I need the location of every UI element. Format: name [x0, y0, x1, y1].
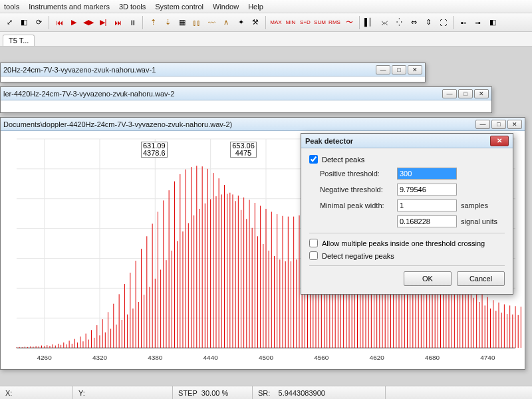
svg-text:4560: 4560 — [314, 354, 329, 361]
menu-3d-tools[interactable]: 3D tools — [119, 3, 146, 11]
window-title: 20Hz-24cm-7V-3-vyvazeno-zvuk-nahoru.wav-… — [3, 66, 156, 74]
detect-negative-label: Detect negative peaks — [322, 252, 394, 260]
status-x-label: X: — [5, 389, 12, 397]
svg-text:4440: 4440 — [203, 354, 219, 361]
peak-label-2: 653.064475 — [230, 142, 257, 158]
samples-unit: samples — [461, 201, 488, 209]
svg-text:4380: 4380 — [148, 354, 163, 361]
minimize-icon[interactable]: — — [376, 65, 390, 74]
marker-b-icon[interactable]: ⇣ — [161, 16, 174, 29]
chart-line-icon[interactable]: ⩙ — [378, 16, 391, 29]
tools-icon[interactable]: ⚒ — [249, 16, 262, 29]
pause-icon[interactable]: ⏸ — [126, 16, 139, 29]
positive-threshold-input[interactable] — [397, 168, 457, 180]
menu-tools[interactable]: tools — [4, 3, 19, 11]
skip-first-icon[interactable]: ⏮ — [53, 16, 66, 29]
grid-icon[interactable]: ▦ — [176, 16, 189, 29]
stat-std-icon[interactable]: S+D — [299, 16, 312, 29]
allow-multiple-label: Allow multiple peaks inside one threshol… — [322, 239, 485, 247]
status-y-label: Y: — [78, 389, 85, 397]
step-fwd-icon[interactable]: ▶| — [96, 16, 110, 29]
peak-label-1: 631.094378.6 — [141, 142, 168, 158]
menu-instruments[interactable]: Instruments and markers — [29, 3, 110, 11]
min-width-samples-input[interactable] — [397, 200, 457, 211]
status-step-label: STEP — [178, 389, 198, 397]
workspace: 20Hz-24cm-7V-3-vyvazeno-zvuk-nahoru.wav-… — [0, 47, 532, 386]
marker-a-icon[interactable]: ⇡ — [146, 16, 160, 29]
layout-c-icon[interactable]: ◧ — [486, 16, 499, 29]
layout-a-icon[interactable]: ▪▫ — [457, 16, 470, 29]
dialog-title: Peak detector — [305, 137, 353, 145]
cancel-button[interactable]: Cancel — [457, 271, 505, 286]
maximize-icon[interactable]: □ — [392, 65, 406, 74]
window-title: ler-4420Hz-24cm-7V-3-vyvazeno-zvuk-nahor… — [3, 90, 174, 98]
toolbar: ⤢ ◧ ⟳ ⏮ ▶ ◀▶ ▶| ⏭ ⏸ ⇡ ⇣ ▦ ⫿⫿ 〰 ∧ ✦ ⚒ MAX… — [0, 13, 532, 32]
menu-window[interactable]: Window — [213, 3, 239, 11]
layout-b-icon[interactable]: ▫▪ — [471, 16, 485, 29]
menu-bar: tools Instruments and markers 3D tools S… — [0, 0, 532, 13]
stat-min-icon[interactable]: MIN — [284, 16, 297, 29]
status-bar: X: Y: STEP 30.00 % SR: 5.9443083900 — [0, 386, 532, 399]
maximize-icon[interactable]: □ — [491, 120, 506, 129]
zoom-out-icon[interactable]: ⤢ — [3, 16, 16, 29]
chart-scatter-icon[interactable]: ⁛ — [392, 16, 406, 29]
negative-threshold-label: Negative threshold: — [320, 186, 397, 194]
close-icon[interactable]: ✕ — [507, 120, 522, 129]
svg-text:4500: 4500 — [259, 354, 274, 361]
zoom-rect-icon[interactable]: ◧ — [17, 16, 31, 29]
close-icon[interactable]: ✕ — [408, 65, 422, 74]
play-icon[interactable]: ▶ — [67, 16, 80, 29]
min-peak-width-label: Minimal peak width: — [320, 201, 397, 209]
tab-document[interactable]: T5 T... — [3, 35, 35, 46]
stat-rms-icon[interactable]: RMS — [328, 16, 341, 29]
stat-sum-icon[interactable]: SUM — [313, 16, 327, 29]
ok-button[interactable]: OK — [404, 271, 452, 286]
markers-icon[interactable]: ⫿⫿ — [190, 16, 203, 29]
positive-threshold-label: Positive threshold: — [320, 170, 397, 178]
refresh-icon[interactable]: ⟳ — [32, 16, 45, 29]
status-sr-label: SR: — [258, 389, 270, 397]
minimize-icon[interactable]: — — [442, 89, 457, 98]
minimize-icon[interactable]: — — [475, 120, 490, 129]
detect-peaks-checkbox[interactable] — [309, 155, 318, 164]
min-width-units-input[interactable] — [397, 215, 457, 227]
document-tabs: T5 T... — [0, 32, 532, 47]
expand-v-icon[interactable]: ⇕ — [422, 16, 435, 29]
maximize-icon[interactable]: □ — [458, 89, 473, 98]
settings-icon[interactable]: ✦ — [234, 16, 247, 29]
step-back-icon[interactable]: ◀▶ — [82, 16, 95, 29]
peak-detector-dialog[interactable]: Peak detector ✕ Detect peaks Positive th… — [301, 133, 513, 295]
signal-units-unit: signal units — [461, 217, 497, 225]
status-sr-value: 5.9443083900 — [279, 389, 325, 397]
chart-bar-icon[interactable]: ▌▏ — [363, 16, 376, 29]
detect-negative-checkbox[interactable] — [309, 251, 318, 260]
mdi-window-2[interactable]: ler-4420Hz-24cm-7V-3-vyvazeno-zvuk-nahor… — [0, 86, 492, 113]
svg-text:4620: 4620 — [370, 354, 385, 361]
svg-text:4680: 4680 — [425, 354, 440, 361]
window-title: Documents\doppler-4420Hz-24cm-7V-3-vyvaz… — [3, 120, 232, 128]
fit-icon[interactable]: ⛶ — [436, 16, 450, 29]
close-icon[interactable]: ✕ — [474, 89, 489, 98]
svg-text:4320: 4320 — [92, 354, 108, 361]
allow-multiple-checkbox[interactable] — [309, 239, 318, 247]
status-step-value: 30.00 % — [201, 389, 228, 397]
menu-help[interactable]: Help — [248, 3, 263, 11]
stat-max-icon[interactable]: MAX — [269, 16, 283, 29]
detect-peaks-label: Detect peaks — [322, 156, 364, 164]
mdi-window-1[interactable]: 20Hz-24cm-7V-3-vyvazeno-zvuk-nahoru.wav-… — [0, 63, 426, 82]
expand-h-icon[interactable]: ⇔ — [407, 16, 420, 29]
skip-last-icon[interactable]: ⏭ — [111, 16, 124, 29]
negative-threshold-input[interactable] — [397, 184, 457, 196]
peak-icon[interactable]: ∧ — [219, 16, 233, 29]
stat-wave-icon[interactable]: 〜 — [342, 16, 356, 29]
menu-system-control[interactable]: System control — [155, 3, 203, 11]
svg-text:4740: 4740 — [480, 354, 495, 361]
svg-text:4260: 4260 — [37, 354, 53, 361]
close-icon[interactable]: ✕ — [490, 136, 509, 146]
curve-icon[interactable]: 〰 — [205, 16, 218, 29]
